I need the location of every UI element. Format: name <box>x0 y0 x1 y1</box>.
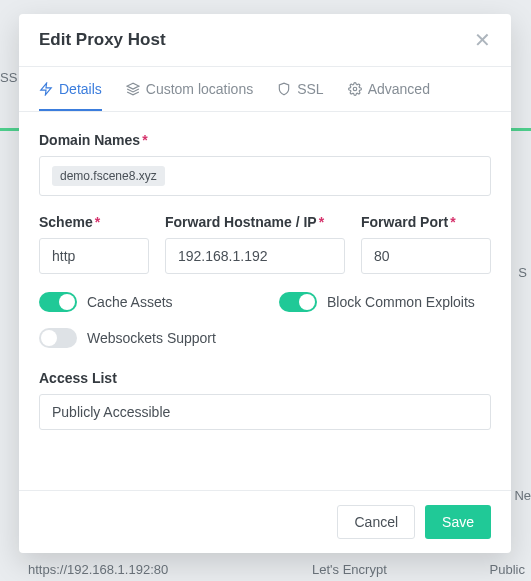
required-asterisk: * <box>95 214 100 230</box>
modal-body: Domain Names* demo.fscene8.xyz Scheme* h… <box>19 112 511 490</box>
label-text: Forward Hostname / IP <box>165 214 317 230</box>
tab-label: Custom locations <box>146 81 253 97</box>
toggle-row-2: Websockets Support <box>39 328 491 348</box>
field-access-list: Access List Publicly Accessible <box>39 370 491 430</box>
shield-icon <box>277 82 291 96</box>
forward-host-input[interactable] <box>165 238 345 274</box>
bg-text: Public <box>490 562 525 577</box>
tab-custom-locations[interactable]: Custom locations <box>126 67 253 111</box>
lightning-icon <box>39 82 53 96</box>
field-forward-port: Forward Port* <box>361 214 491 274</box>
field-domain-names: Domain Names* demo.fscene8.xyz <box>39 132 491 196</box>
label-forward-host: Forward Hostname / IP* <box>165 214 345 230</box>
label-forward-port: Forward Port* <box>361 214 491 230</box>
edit-proxy-host-modal: Edit Proxy Host ✕ Details Custom locatio… <box>19 14 511 553</box>
gear-icon <box>348 82 362 96</box>
modal-footer: Cancel Save <box>19 490 511 553</box>
toggle-websockets: Websockets Support <box>39 328 239 348</box>
bg-text: https://192.168.1.192:80 <box>28 562 168 577</box>
bg-text: SS <box>0 70 17 85</box>
websockets-switch[interactable] <box>39 328 77 348</box>
tab-label: SSL <box>297 81 323 97</box>
toggle-cache-assets: Cache Assets <box>39 292 239 312</box>
field-scheme: Scheme* http <box>39 214 149 274</box>
label-text: Forward Port <box>361 214 448 230</box>
block-exploits-label: Block Common Exploits <box>327 294 475 310</box>
required-asterisk: * <box>450 214 455 230</box>
toggle-row-1: Cache Assets Block Common Exploits <box>39 292 491 312</box>
cache-assets-label: Cache Assets <box>87 294 173 310</box>
field-forward-host: Forward Hostname / IP* <box>165 214 345 274</box>
tab-details[interactable]: Details <box>39 67 102 111</box>
label-text: Domain Names <box>39 132 140 148</box>
toggle-block-exploits: Block Common Exploits <box>279 292 479 312</box>
cache-assets-switch[interactable] <box>39 292 77 312</box>
block-exploits-switch[interactable] <box>279 292 317 312</box>
bg-text: S <box>518 265 527 280</box>
domain-tag[interactable]: demo.fscene8.xyz <box>52 166 165 186</box>
tab-ssl[interactable]: SSL <box>277 67 323 111</box>
scheme-value: http <box>52 248 75 264</box>
switch-knob <box>59 294 75 310</box>
domain-names-input[interactable]: demo.fscene8.xyz <box>39 156 491 196</box>
svg-point-2 <box>353 87 357 91</box>
bg-text: Ne <box>514 488 531 503</box>
modal-header: Edit Proxy Host ✕ <box>19 14 511 67</box>
tab-label: Details <box>59 81 102 97</box>
close-icon: ✕ <box>474 29 491 51</box>
tabs: Details Custom locations SSL Advanced <box>19 67 511 112</box>
label-scheme: Scheme* <box>39 214 149 230</box>
bg-text: Let's Encrypt <box>312 562 387 577</box>
modal-title: Edit Proxy Host <box>39 30 166 50</box>
forward-port-input[interactable] <box>361 238 491 274</box>
svg-marker-1 <box>127 83 139 89</box>
label-domain-names: Domain Names* <box>39 132 491 148</box>
switch-knob <box>299 294 315 310</box>
save-button[interactable]: Save <box>425 505 491 539</box>
svg-marker-0 <box>41 83 52 95</box>
access-list-value: Publicly Accessible <box>52 404 170 420</box>
access-list-select[interactable]: Publicly Accessible <box>39 394 491 430</box>
tab-label: Advanced <box>368 81 430 97</box>
required-asterisk: * <box>319 214 324 230</box>
label-text: Scheme <box>39 214 93 230</box>
switch-knob <box>41 330 57 346</box>
required-asterisk: * <box>142 132 147 148</box>
layers-icon <box>126 82 140 96</box>
tab-advanced[interactable]: Advanced <box>348 67 430 111</box>
label-access-list: Access List <box>39 370 491 386</box>
scheme-select[interactable]: http <box>39 238 149 274</box>
close-button[interactable]: ✕ <box>474 30 491 50</box>
cancel-button[interactable]: Cancel <box>337 505 415 539</box>
websockets-label: Websockets Support <box>87 330 216 346</box>
